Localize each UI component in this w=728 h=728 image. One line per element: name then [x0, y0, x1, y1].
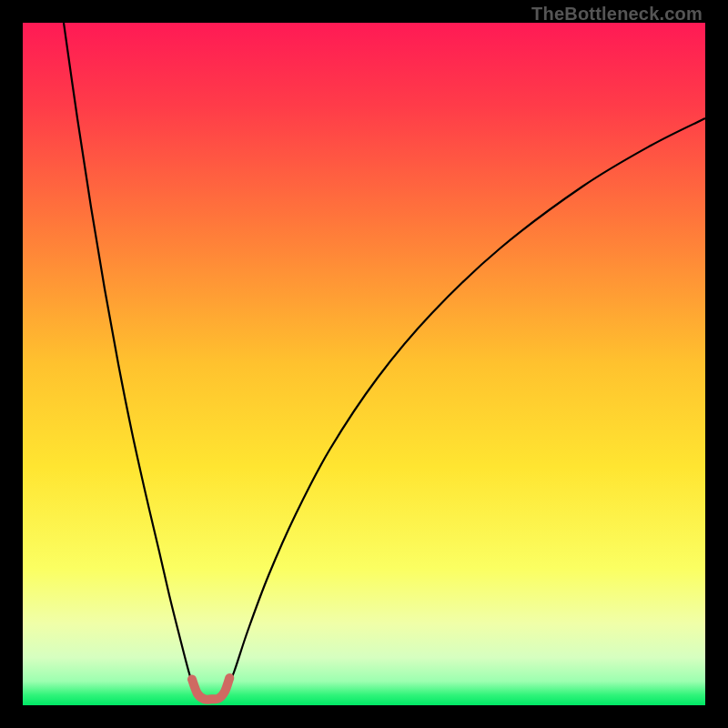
series-valley-marker [192, 678, 229, 700]
chart-frame: TheBottleneck.com [0, 0, 728, 728]
series-right-arm [226, 118, 705, 693]
plot-area [23, 23, 705, 705]
bottleneck-curve [23, 23, 705, 705]
series-left-arm [64, 23, 196, 693]
watermark-text: TheBottleneck.com [531, 4, 703, 25]
